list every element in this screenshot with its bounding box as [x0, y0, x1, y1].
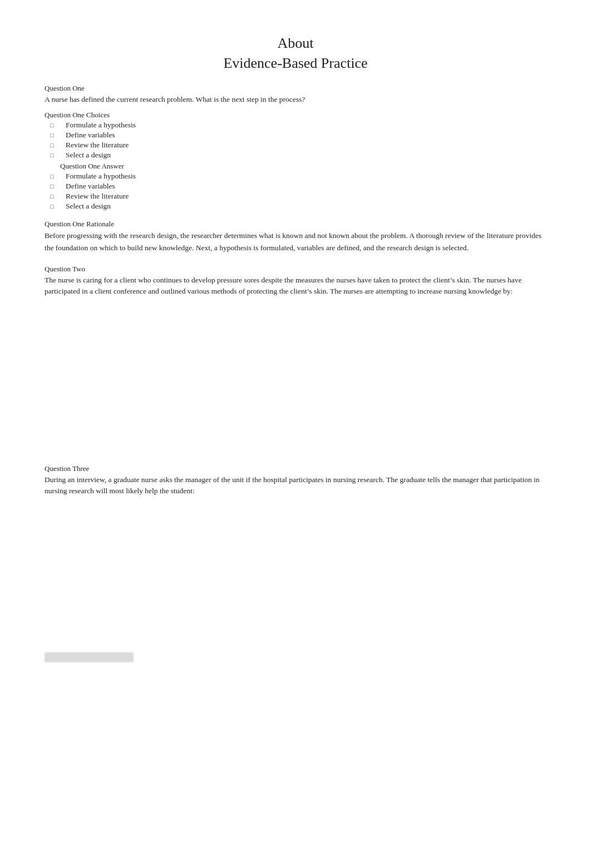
bullet-icon: □ [50, 151, 66, 158]
bullet-icon: □ [50, 121, 66, 128]
title-line2: Evidence-Based Practice [223, 55, 367, 71]
choice-item: □ Review the literature [50, 141, 546, 150]
answer-text: Formulate a hypothesis [66, 172, 546, 181]
choice-text: Formulate a hypothesis [66, 121, 546, 130]
bullet-icon: □ [50, 141, 66, 148]
title-line1: About [278, 35, 314, 51]
answer-text: Review the literature [66, 192, 546, 201]
rationale-label: Question One Rationale [45, 220, 546, 229]
answer-text: Select a design [66, 202, 546, 211]
answer-item: □ Review the literature [50, 192, 546, 201]
question-one-answers: □ Formulate a hypothesis □ Define variab… [50, 172, 546, 211]
choice-text: Define variables [66, 131, 546, 140]
bullet-icon: □ [50, 182, 66, 190]
bullet-icon: □ [50, 202, 66, 210]
rationale-text: Before progressing with the research des… [45, 230, 546, 254]
bullet-icon: □ [50, 131, 66, 138]
question-three-text: During an interview, a graduate nurse as… [45, 474, 546, 497]
question-three-label: Question Three [45, 464, 546, 473]
question-two-text: The nurse is caring for a client who con… [45, 275, 546, 297]
bullet-icon: □ [50, 172, 66, 180]
answer-item: □ Select a design [50, 202, 546, 211]
question-one-choices: □ Formulate a hypothesis □ Define variab… [50, 121, 546, 160]
question-two-section: Question Two The nurse is caring for a c… [45, 265, 546, 297]
question-one-choices-label: Question One Choices [45, 111, 546, 120]
choice-text: Review the literature [66, 141, 546, 150]
question-two-label: Question Two [45, 265, 546, 274]
blurred-content-bar [45, 652, 134, 662]
question-three-section: Question Three During an interview, a gr… [45, 464, 546, 663]
answer-item: □ Define variables [50, 182, 546, 191]
question-one-text: A nurse has defined the current research… [45, 94, 546, 105]
page-title: About Evidence-Based Practice [45, 33, 546, 74]
choice-item: □ Define variables [50, 131, 546, 140]
bullet-icon: □ [50, 192, 66, 200]
question-one-answer-label: Question One Answer [45, 162, 546, 171]
choice-item: □ Select a design [50, 151, 546, 160]
question-one-section: Question One A nurse has defined the cur… [45, 84, 546, 211]
question-one-rationale-section: Question One Rationale Before progressin… [45, 220, 546, 254]
question-one-label: Question One [45, 84, 546, 93]
answer-item: □ Formulate a hypothesis [50, 172, 546, 181]
choice-text: Select a design [66, 151, 546, 160]
choice-item: □ Formulate a hypothesis [50, 121, 546, 130]
answer-text: Define variables [66, 182, 546, 191]
